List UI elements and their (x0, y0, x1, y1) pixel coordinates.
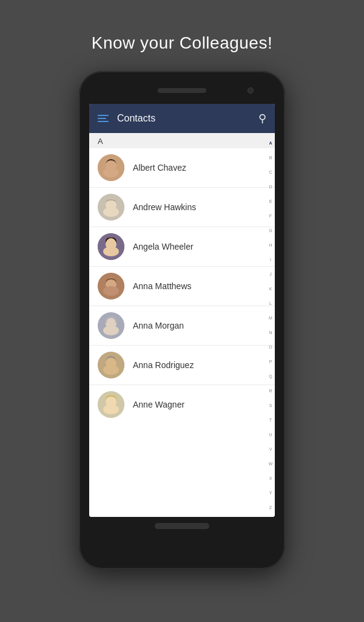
alpha-letter-p[interactable]: P (269, 360, 272, 364)
contacts-list[interactable]: A Albert Chavez Andrew Hawkins Angela Wh… (89, 133, 275, 517)
avatar (98, 391, 124, 418)
contact-name: Anna Matthews (133, 281, 192, 291)
search-icon[interactable]: ⚲ (258, 112, 266, 125)
phone-top-bar (86, 82, 278, 99)
alpha-letter-u[interactable]: U (269, 432, 272, 437)
contact-item[interactable]: Anna Morgan (89, 306, 275, 346)
svg-point-13 (103, 286, 119, 296)
alpha-letter-d[interactable]: D (269, 185, 272, 189)
alpha-letter-s[interactable]: S (269, 403, 272, 408)
contact-name: Albert Chavez (133, 163, 186, 173)
avatar (98, 312, 124, 339)
contact-name: Anna Rodriguez (133, 360, 194, 370)
contact-item[interactable]: Angela Wheeler (89, 227, 275, 267)
contact-item[interactable]: Albert Chavez (89, 148, 275, 188)
svg-point-16 (103, 326, 119, 335)
alpha-letter-t[interactable]: T (269, 418, 272, 422)
contact-item[interactable]: Andrew Hawkins (89, 188, 275, 227)
alpha-letter-n[interactable]: N (269, 330, 272, 335)
alpha-letter-f[interactable]: F (269, 214, 272, 218)
alpha-letter-b[interactable]: B (269, 156, 272, 160)
alpha-letter-z[interactable]: Z (269, 505, 272, 510)
avatar (98, 154, 124, 181)
alpha-letter-x[interactable]: X (269, 476, 272, 480)
avatar (98, 273, 124, 299)
svg-point-10 (103, 247, 119, 256)
phone-shell: Contacts ⚲ A Albert Chavez Andrew Hawkin… (79, 71, 285, 569)
alpha-letter-k[interactable]: K (269, 287, 272, 291)
alpha-letter-v[interactable]: V (269, 447, 272, 451)
speaker-grill (158, 88, 206, 93)
contact-name: Anna Morgan (133, 321, 184, 330)
avatar (98, 233, 124, 260)
alpha-letter-m[interactable]: M (269, 316, 272, 320)
contacts-container: Albert Chavez Andrew Hawkins Angela Whee… (89, 148, 275, 424)
alpha-letter-i[interactable]: I (270, 258, 271, 262)
contact-name: Anne Wagner (133, 400, 184, 409)
svg-point-19 (103, 365, 119, 375)
svg-point-7 (103, 207, 119, 217)
alphabet-index: ABCDEFGHIJKLMNOPQRSTUVWXYZ (266, 133, 275, 517)
contact-item[interactable]: Anna Matthews (89, 267, 275, 306)
alpha-letter-e[interactable]: E (269, 199, 272, 203)
alpha-letter-o[interactable]: O (269, 345, 272, 349)
svg-point-22 (103, 405, 119, 414)
contact-name: Andrew Hawkins (133, 202, 196, 212)
contact-item[interactable]: Anna Rodriguez (89, 346, 275, 385)
avatar (98, 352, 124, 378)
alpha-letter-c[interactable]: C (269, 170, 272, 174)
front-camera (248, 87, 254, 94)
app-header: Contacts ⚲ (89, 104, 275, 133)
svg-point-3 (103, 168, 119, 177)
avatar (98, 194, 124, 220)
alpha-letter-j[interactable]: J (269, 272, 272, 276)
page-title: Know your Colleagues! (92, 33, 272, 53)
alpha-letter-w[interactable]: W (269, 462, 273, 466)
contact-name: Angela Wheeler (133, 242, 194, 251)
hamburger-icon[interactable] (98, 115, 109, 122)
alpha-letter-h[interactable]: H (269, 243, 272, 247)
contact-item[interactable]: Anne Wagner (89, 385, 275, 424)
home-button[interactable] (155, 523, 209, 529)
section-label-a: A (89, 133, 275, 148)
alpha-letter-q[interactable]: Q (269, 374, 272, 378)
phone-bottom-bar (86, 523, 278, 529)
alpha-letter-g[interactable]: G (269, 228, 272, 233)
alpha-letter-r[interactable]: R (269, 389, 272, 393)
phone-screen: Contacts ⚲ A Albert Chavez Andrew Hawkin… (89, 104, 275, 517)
header-title: Contacts (117, 113, 258, 124)
alpha-letter-a[interactable]: A (269, 141, 272, 145)
alpha-letter-l[interactable]: L (269, 301, 272, 306)
alpha-letter-y[interactable]: Y (269, 491, 272, 495)
